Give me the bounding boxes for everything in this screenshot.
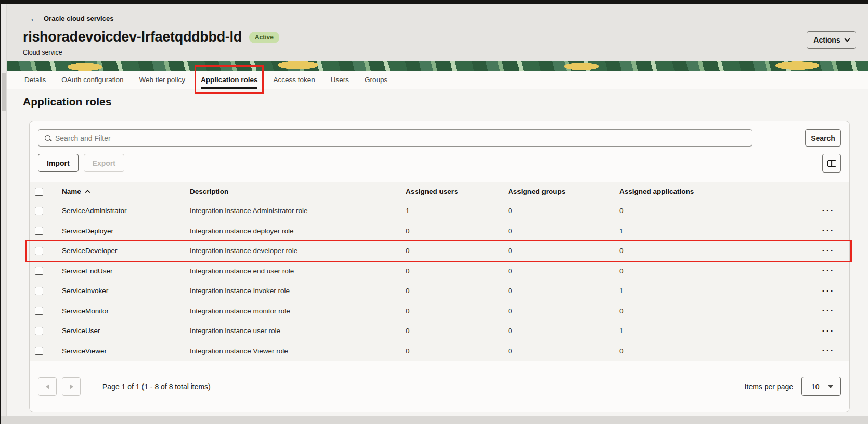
assigned-users-count: 0 [406, 347, 508, 355]
pagination-bar: Page 1 of 1 (1 - 8 of 8 total items) Ite… [30, 361, 849, 412]
assigned-applications-count: 0 [619, 207, 774, 215]
column-manager-button[interactable] [822, 154, 841, 173]
arrow-right-icon [70, 384, 73, 389]
tab-access-token[interactable]: Access token [273, 71, 315, 89]
window-top-edge [0, 0, 868, 4]
table-row-highlighted: ServiceDeveloper Integration instance de… [30, 241, 849, 261]
row-checkbox[interactable] [35, 307, 43, 315]
table-row: ServiceAdministrator Integration instanc… [30, 201, 849, 221]
assigned-groups-count: 0 [508, 347, 619, 355]
assigned-users-count: 1 [406, 207, 508, 215]
assigned-groups-count: 0 [508, 247, 619, 255]
tab-bar: Details OAuth configuration Web tier pol… [7, 71, 868, 89]
table-header-row: Name Description Assigned users Assigned… [30, 182, 849, 201]
assigned-applications-count: 1 [619, 327, 774, 335]
assigned-users-count: 0 [406, 307, 508, 315]
items-per-page-value: 10 [811, 382, 820, 391]
arrow-left-icon [46, 384, 49, 389]
back-arrow-icon[interactable]: ← [30, 14, 38, 23]
tab-users[interactable]: Users [331, 71, 349, 89]
application-roles-table: Name Description Assigned users Assigned… [30, 182, 849, 361]
table-row: ServiceEndUser Integration instance end … [30, 261, 849, 282]
search-input-wrap [38, 129, 752, 147]
column-header-assigned-groups: Assigned groups [508, 188, 619, 195]
assigned-groups-count: 0 [508, 327, 619, 335]
assigned-groups-count: 0 [508, 287, 619, 295]
service-header: ← Oracle cloud services rishoradevoicdev… [7, 4, 868, 61]
assigned-groups-count: 0 [508, 207, 619, 215]
export-button[interactable]: Export [84, 154, 124, 172]
tab-oauth-configuration[interactable]: OAuth configuration [61, 71, 123, 89]
page-viewport: ← Oracle cloud services rishoradevoicdev… [7, 4, 868, 416]
tab-web-tier-policy[interactable]: Web tier policy [139, 71, 185, 89]
column-header-name[interactable]: Name [62, 188, 190, 195]
application-roles-card: Search Import Export Name Description As… [29, 121, 850, 412]
sort-ascending-icon [85, 190, 90, 195]
row-actions-button[interactable]: ··· [822, 308, 835, 313]
column-header-description: Description [190, 188, 406, 195]
row-checkbox[interactable] [35, 227, 43, 235]
breadcrumb[interactable]: ← Oracle cloud services [30, 14, 113, 23]
row-actions-button[interactable]: ··· [822, 268, 835, 273]
role-name: ServiceInvoker [62, 287, 190, 295]
assigned-users-count: 0 [406, 327, 508, 335]
column-header-assigned-applications: Assigned applications [619, 188, 774, 195]
vertical-scrollbar[interactable] [1, 4, 7, 416]
next-page-button[interactable] [62, 377, 81, 396]
search-icon [45, 135, 50, 141]
role-description: Integration instance developer role [190, 247, 406, 255]
dropdown-caret-icon [828, 385, 833, 388]
items-per-page-select[interactable]: 10 [801, 377, 841, 396]
tab-details[interactable]: Details [24, 71, 46, 89]
row-actions-button[interactable]: ··· [822, 328, 835, 334]
row-actions-button[interactable]: ··· [822, 248, 835, 254]
row-checkbox[interactable] [35, 207, 43, 215]
pagination-status: Page 1 of 1 (1 - 8 of 8 total items) [102, 382, 211, 391]
decorative-banner [7, 61, 868, 71]
role-description: Integration instance monitor role [190, 307, 406, 315]
role-description: Integration instance Viewer role [190, 347, 406, 355]
row-checkbox[interactable] [35, 287, 43, 295]
search-input[interactable] [55, 134, 752, 142]
service-subtitle: Cloud service [23, 49, 62, 56]
assigned-applications-count: 1 [619, 227, 774, 235]
tab-application-roles[interactable]: Application roles [201, 71, 258, 89]
assigned-users-count: 0 [406, 267, 508, 275]
role-description: Integration instance user role [190, 327, 406, 335]
tab-groups[interactable]: Groups [365, 71, 387, 89]
page-title: rishoradevoicdev-lrfaetqddbbd-ld [23, 29, 242, 45]
row-checkbox[interactable] [35, 327, 43, 335]
assigned-groups-count: 0 [508, 227, 619, 235]
tab-application-roles-label: Application roles [201, 76, 258, 84]
previous-page-button[interactable] [38, 377, 57, 396]
page-heading: Application roles [23, 96, 111, 108]
actions-button-label: Actions [813, 36, 840, 44]
breadcrumb-label[interactable]: Oracle cloud services [44, 15, 113, 22]
role-description: Integration instance Administrator role [190, 207, 406, 215]
horizontal-scrollbar[interactable] [0, 416, 868, 424]
role-description: Integration instance deployer role [190, 227, 406, 235]
row-actions-button[interactable]: ··· [822, 288, 835, 294]
role-name: ServiceUser [62, 327, 190, 335]
row-actions-button[interactable]: ··· [822, 228, 835, 233]
import-button[interactable]: Import [38, 154, 79, 172]
role-description: Integration instance end user role [190, 267, 406, 275]
assigned-applications-count: 0 [619, 347, 774, 355]
table-row: ServiceViewer Integration instance Viewe… [30, 341, 849, 362]
table-row: ServiceUser Integration instance user ro… [30, 321, 849, 341]
row-checkbox[interactable] [35, 267, 43, 275]
select-all-checkbox[interactable] [35, 188, 43, 196]
items-per-page-label: Items per page [745, 382, 793, 391]
row-actions-button[interactable]: ··· [822, 348, 835, 353]
columns-icon [827, 160, 836, 167]
row-checkbox[interactable] [35, 347, 43, 355]
row-checkbox[interactable] [35, 247, 43, 255]
table-row: ServiceMonitor Integration instance moni… [30, 301, 849, 322]
search-button[interactable]: Search [805, 129, 841, 147]
row-actions-button[interactable]: ··· [822, 208, 835, 214]
vertical-scrollbar-thumb[interactable] [2, 73, 6, 111]
role-name: ServiceDeveloper [62, 247, 190, 255]
role-description: Integration instance Invoker role [190, 287, 406, 295]
assigned-applications-count: 0 [619, 247, 774, 255]
actions-button[interactable]: Actions [807, 31, 856, 49]
